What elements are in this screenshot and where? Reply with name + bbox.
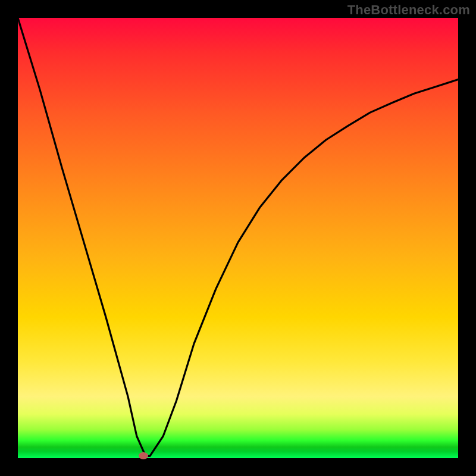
plot-area <box>18 18 458 458</box>
chart-frame: TheBottleneck.com <box>0 0 476 476</box>
attribution-text: TheBottleneck.com <box>347 2 470 18</box>
bottleneck-curve <box>18 18 458 458</box>
optimal-marker <box>139 452 148 459</box>
